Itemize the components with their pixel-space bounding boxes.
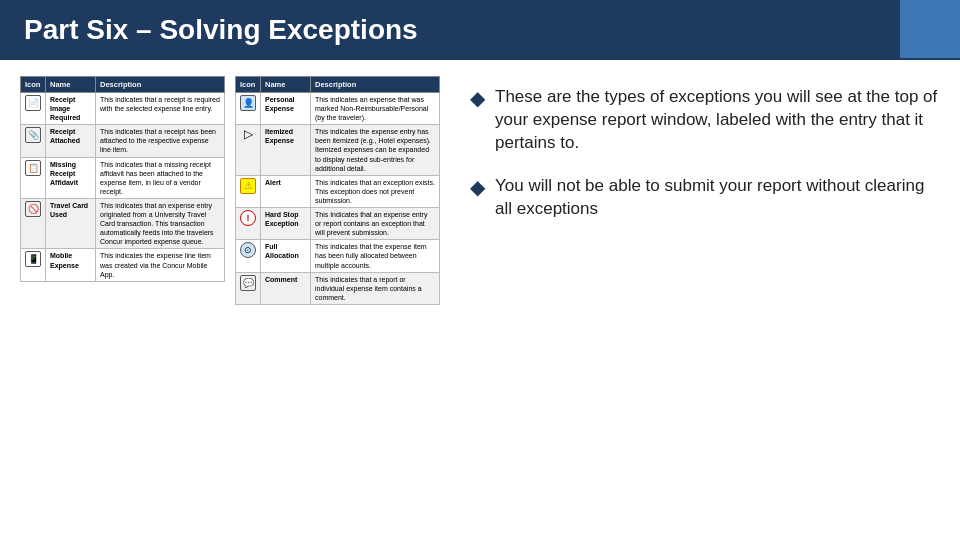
- desc-cell: This indicates that a receipt is require…: [96, 93, 225, 125]
- content-area: Icon Name Description 📄 Receipt Image Re…: [0, 60, 960, 540]
- table-row: 📎 Receipt Attached This indicates that a…: [21, 125, 225, 157]
- table-row: 📱 Mobile Expense This indicates the expe…: [21, 249, 225, 281]
- row-icon: 📱: [25, 251, 41, 267]
- desc-cell: This indicates the expense line item was…: [96, 249, 225, 281]
- col-desc-left: Description: [96, 77, 225, 93]
- col-icon-left: Icon: [21, 77, 46, 93]
- row-icon: !: [240, 210, 256, 226]
- table-row: ⊙ Full Allocation This indicates that th…: [236, 240, 440, 272]
- header: Part Six – Solving Exceptions: [0, 0, 960, 60]
- row-icon: 🚫: [25, 201, 41, 217]
- row-icon: 📎: [25, 127, 41, 143]
- icon-cell: 📋: [21, 157, 46, 198]
- icon-cell: 📎: [21, 125, 46, 157]
- bullet-item-2: ◆ You will not be able to submit your re…: [470, 175, 940, 221]
- table-row: 🚫 Travel Card Used This indicates that a…: [21, 198, 225, 248]
- col-name-right: Name: [261, 77, 311, 93]
- desc-cell: This indicates that a receipt has been a…: [96, 125, 225, 157]
- table-row: ⚠ Alert This indicates that an exception…: [236, 175, 440, 207]
- icon-cell: 👤: [236, 93, 261, 125]
- desc-cell: This Indicates that an expense entry or …: [311, 208, 440, 240]
- header-accent: [900, 0, 960, 58]
- icon-cell: ⊙: [236, 240, 261, 272]
- table-row: ! Hard Stop Exception This Indicates tha…: [236, 208, 440, 240]
- bullet-item-1: ◆ These are the types of exceptions you …: [470, 86, 940, 155]
- name-cell: Receipt Image Required: [46, 93, 96, 125]
- slide-title: Part Six – Solving Exceptions: [24, 14, 418, 46]
- desc-cell: This indicates that a missing receipt af…: [96, 157, 225, 198]
- bullet-dot-2: ◆: [470, 177, 485, 197]
- row-icon: 📋: [25, 160, 41, 176]
- icon-cell: ⚠: [236, 175, 261, 207]
- icon-cell: 📄: [21, 93, 46, 125]
- row-icon: ▷: [240, 127, 256, 143]
- name-cell: Mobile Expense: [46, 249, 96, 281]
- icon-cell: ▷: [236, 125, 261, 175]
- row-icon: 👤: [240, 95, 256, 111]
- icon-cell: 💬: [236, 272, 261, 304]
- row-icon: 📄: [25, 95, 41, 111]
- exceptions-table-right: Icon Name Description 👤 Personal Expense…: [235, 76, 440, 305]
- table-row: 📄 Receipt Image Required This indicates …: [21, 93, 225, 125]
- desc-cell: This indicates the expense entry has bee…: [311, 125, 440, 175]
- row-icon: 💬: [240, 275, 256, 291]
- bullet-text-1: These are the types of exceptions you wi…: [495, 86, 940, 155]
- desc-cell: This indicates that an expense entry ori…: [96, 198, 225, 248]
- name-cell: Missing Receipt Affidavit: [46, 157, 96, 198]
- name-cell: Full Allocation: [261, 240, 311, 272]
- name-cell: Hard Stop Exception: [261, 208, 311, 240]
- bullet-text-2: You will not be able to submit your repo…: [495, 175, 940, 221]
- desc-cell: This indicates that an exception exists.…: [311, 175, 440, 207]
- icon-cell: 📱: [21, 249, 46, 281]
- left-table: Icon Name Description 📄 Receipt Image Re…: [20, 76, 225, 526]
- col-icon-right: Icon: [236, 77, 261, 93]
- icon-cell: !: [236, 208, 261, 240]
- table-row: 👤 Personal Expense This indicates an exp…: [236, 93, 440, 125]
- name-cell: Alert: [261, 175, 311, 207]
- table-row: ▷ Itemized Expense This indicates the ex…: [236, 125, 440, 175]
- name-cell: Travel Card Used: [46, 198, 96, 248]
- right-panel: ◆ These are the types of exceptions you …: [460, 76, 940, 526]
- right-table: Icon Name Description 👤 Personal Expense…: [235, 76, 440, 526]
- exceptions-table-left: Icon Name Description 📄 Receipt Image Re…: [20, 76, 225, 282]
- name-cell: Itemized Expense: [261, 125, 311, 175]
- desc-cell: This indicates an expense that was marke…: [311, 93, 440, 125]
- desc-cell: This indicates that a report or individu…: [311, 272, 440, 304]
- row-icon: ⚠: [240, 178, 256, 194]
- row-icon: ⊙: [240, 242, 256, 258]
- desc-cell: This indicates that the expense item has…: [311, 240, 440, 272]
- name-cell: Receipt Attached: [46, 125, 96, 157]
- name-cell: Personal Expense: [261, 93, 311, 125]
- col-desc-right: Description: [311, 77, 440, 93]
- left-panel: Icon Name Description 📄 Receipt Image Re…: [20, 76, 440, 526]
- slide: Part Six – Solving Exceptions Icon Name …: [0, 0, 960, 540]
- table-row: 💬 Comment This indicates that a report o…: [236, 272, 440, 304]
- name-cell: Comment: [261, 272, 311, 304]
- bullet-dot-1: ◆: [470, 88, 485, 108]
- col-name-left: Name: [46, 77, 96, 93]
- icon-cell: 🚫: [21, 198, 46, 248]
- table-row: 📋 Missing Receipt Affidavit This indicat…: [21, 157, 225, 198]
